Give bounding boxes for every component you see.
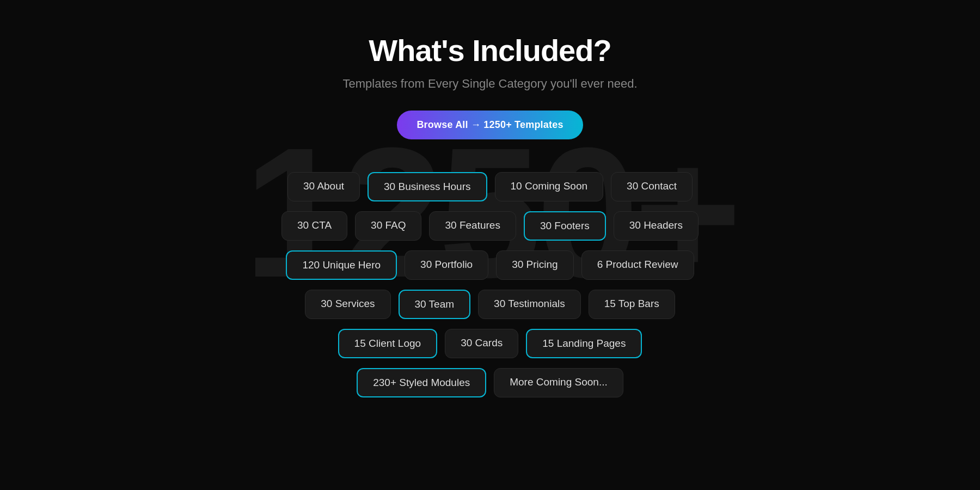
tags-row-4: 15 Client Logo30 Cards15 Landing Pages	[338, 329, 642, 358]
tag-item[interactable]: 230+ Styled Modules	[357, 368, 486, 397]
tag-item[interactable]: 30 FAQ	[355, 211, 421, 241]
tag-item[interactable]: 15 Top Bars	[589, 290, 675, 319]
tag-item[interactable]: 30 Portfolio	[405, 250, 488, 280]
tag-item[interactable]: More Coming Soon...	[494, 368, 623, 397]
page-container: What's Included? Templates from Every Si…	[0, 0, 980, 490]
tag-item[interactable]: 30 Contact	[611, 172, 693, 201]
tag-item[interactable]: 30 Services	[305, 290, 390, 319]
tags-row-1: 30 CTA30 FAQ30 Features30 Footers30 Head…	[281, 211, 699, 241]
tag-item[interactable]: 10 Coming Soon	[495, 172, 604, 201]
tag-item[interactable]: 6 Product Review	[581, 250, 694, 280]
page-heading: What's Included?	[369, 33, 611, 68]
tags-row-2: 120 Unique Hero30 Portfolio30 Pricing6 P…	[286, 250, 694, 280]
tag-item[interactable]: 30 Pricing	[496, 250, 574, 280]
tag-item[interactable]: 30 Cards	[445, 329, 518, 358]
tag-item[interactable]: 30 Footers	[524, 211, 606, 241]
tag-item[interactable]: 30 Features	[429, 211, 516, 241]
tags-row-3: 30 Services30 Team30 Testimonials15 Top …	[305, 290, 675, 319]
browse-button[interactable]: Browse All → 1250+ Templates	[397, 111, 583, 139]
tag-item[interactable]: 30 Business Hours	[367, 172, 487, 201]
tags-row-5: 230+ Styled ModulesMore Coming Soon...	[357, 368, 623, 397]
tag-item[interactable]: 15 Landing Pages	[526, 329, 642, 358]
tag-item[interactable]: 30 Testimonials	[478, 290, 581, 319]
tag-item[interactable]: 15 Client Logo	[338, 329, 438, 358]
page-subtitle: Templates from Every Single Category you…	[342, 77, 637, 91]
tag-item[interactable]: 30 Team	[399, 290, 471, 319]
tags-container: 30 About30 Business Hours10 Coming Soon3…	[0, 172, 980, 397]
tag-item[interactable]: 30 About	[287, 172, 360, 201]
tags-row-0: 30 About30 Business Hours10 Coming Soon3…	[287, 172, 693, 201]
tag-item[interactable]: 120 Unique Hero	[286, 250, 397, 280]
tag-item[interactable]: 30 CTA	[281, 211, 347, 241]
tag-item[interactable]: 30 Headers	[614, 211, 699, 241]
